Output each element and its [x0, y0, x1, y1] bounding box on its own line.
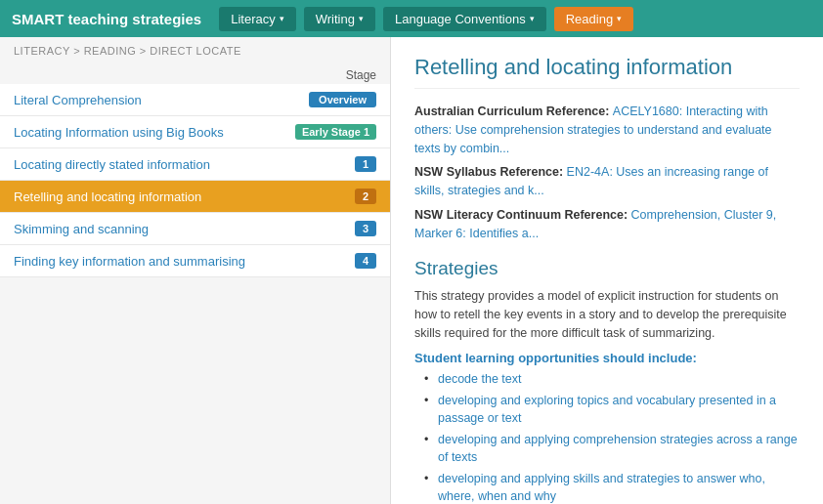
sidebar-item-finding-key[interactable]: Finding key information and summarising … — [0, 245, 390, 277]
strategies-intro: This strategy provides a model of explic… — [414, 287, 800, 342]
li-text: developing and applying skills and strat… — [438, 472, 765, 503]
breadcrumb: LITERACY > READING > DIRECT LOCATE — [0, 37, 390, 64]
nav-literacy[interactable]: Literacy ▾ — [219, 7, 296, 31]
list-item: developing and exploring topics and voca… — [424, 393, 800, 427]
brand-logo: SMART teaching strategies — [12, 11, 201, 27]
sidebar-item-skimming[interactable]: Skimming and scanning 3 — [0, 213, 390, 245]
sidebar-stage-header: Stage — [0, 64, 390, 84]
sidebar-item-label: Literal Comprehension — [14, 93, 142, 107]
sidebar-item-badge: 1 — [355, 156, 376, 172]
sidebar-item-badge: 4 — [355, 253, 376, 269]
list-item: decode the text — [424, 371, 800, 389]
nav-writing-label: Writing — [316, 12, 355, 26]
nsw-syllabus-ref: NSW Syllabus Reference: EN2-4A: Uses an … — [414, 163, 800, 200]
top-navigation: SMART teaching strategies Literacy ▾ Wri… — [0, 0, 823, 37]
page-title: Retelling and locating information — [414, 55, 800, 89]
sidebar-item-label: Locating directly stated information — [14, 157, 210, 172]
sidebar-item-retelling[interactable]: Retelling and locating information 2 — [0, 181, 390, 213]
sidebar-item-label: Retelling and locating information — [14, 189, 201, 204]
li-text: developing and applying comprehension st… — [438, 433, 798, 464]
content-wrapper: LITERACY > READING > DIRECT LOCATE Stage… — [0, 37, 823, 504]
nsw-literacy-ref: NSW Literacy Continuum Reference: Compre… — [414, 206, 800, 243]
list-item: developing and applying skills and strat… — [424, 471, 800, 504]
strategies-title: Strategies — [414, 258, 800, 279]
nsw-syllabus-label: NSW Syllabus Reference: — [414, 165, 567, 179]
acr-ref: Australian Curriculum Reference: ACELY16… — [414, 103, 800, 157]
sidebar-item-label: Skimming and scanning — [14, 222, 149, 236]
stage-label: Stage — [346, 68, 376, 82]
sidebar-item-locating-directly[interactable]: Locating directly stated information 1 — [0, 148, 390, 181]
li-text: developing and exploring topics and voca… — [438, 394, 776, 425]
sidebar-item-badge: 2 — [355, 189, 376, 204]
student-learning-label: Student learning opportunities should in… — [414, 351, 800, 365]
acr-label: Australian Curriculum Reference: — [414, 105, 613, 118]
chevron-down-icon: ▾ — [280, 14, 284, 23]
sidebar-item-badge: Overview — [309, 92, 376, 107]
sidebar-item-badge: 3 — [355, 221, 376, 236]
main-content: Retelling and locating information Austr… — [391, 37, 823, 504]
nav-language-conventions[interactable]: Language Conventions ▾ — [383, 7, 546, 31]
sidebar-item-label: Finding key information and summarising — [14, 254, 245, 269]
nav-reading-label: Reading — [566, 12, 613, 26]
nav-literacy-label: Literacy — [231, 12, 276, 26]
sidebar-item-literal-comprehension[interactable]: Literal Comprehension Overview — [0, 84, 390, 116]
sidebar-item-badge: Early Stage 1 — [295, 124, 376, 140]
bullet-list: decode the text developing and exploring… — [414, 371, 800, 505]
nav-reading[interactable]: Reading ▾ — [554, 7, 633, 31]
nav-language-label: Language Conventions — [395, 12, 526, 26]
chevron-down-icon: ▾ — [530, 14, 535, 23]
list-item: developing and applying comprehension st… — [424, 432, 800, 466]
sidebar: LITERACY > READING > DIRECT LOCATE Stage… — [0, 37, 391, 504]
nav-writing[interactable]: Writing ▾ — [304, 7, 375, 31]
sidebar-item-label: Locating Information using Big Books — [14, 125, 224, 140]
student-learning-text: Student learning opportunities should in… — [414, 351, 697, 365]
chevron-down-icon: ▾ — [359, 14, 364, 23]
chevron-down-icon: ▾ — [617, 14, 622, 23]
sidebar-item-locating-big-books[interactable]: Locating Information using Big Books Ear… — [0, 116, 390, 148]
nsw-literacy-label: NSW Literacy Continuum Reference: — [414, 208, 631, 222]
